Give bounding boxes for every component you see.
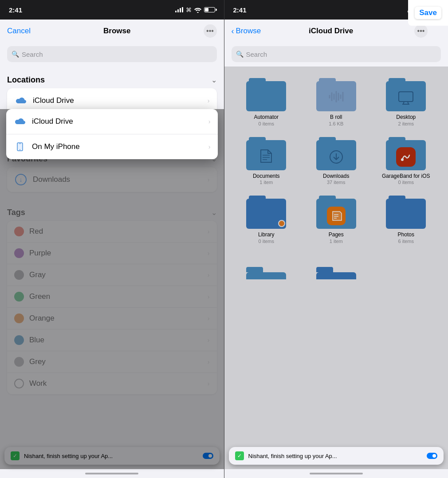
signal-bar-4 — [182, 7, 183, 12]
folder-documents-body — [246, 140, 286, 170]
notif-checkbox-right: ✓ — [235, 451, 244, 460]
icloud-drive-label: iCloud Drive — [33, 96, 208, 105]
folder-photos-body — [386, 199, 426, 229]
search-bar-left[interactable]: 🔍 Search — [7, 46, 217, 62]
partial-folder-1[interactable] — [232, 257, 302, 279]
folder-photos[interactable]: Photos 6 items — [371, 191, 441, 250]
folder-documents-icon — [246, 137, 286, 170]
sw-bar-2 — [331, 92, 332, 101]
left-panel: 2:41 ⌘ Cancel Browse ••• — [0, 0, 224, 478]
signal-bar-3 — [180, 8, 181, 12]
partial-folder-icon-2 — [316, 262, 356, 279]
notif-text-right: Nishant, finish setting up your Ap... — [248, 453, 423, 459]
signal-bars-left — [175, 7, 183, 12]
folder-desktop-icon — [386, 78, 426, 111]
sw-bar-3 — [333, 94, 334, 100]
save-button[interactable]: Save — [415, 7, 441, 19]
folder-desktop-count: 2 items — [398, 121, 414, 126]
folder-broll-body — [316, 81, 356, 111]
folder-automator[interactable]: Automator 0 items — [232, 74, 302, 133]
folder-grid: Automator 0 items — [224, 67, 448, 257]
folder-library[interactable]: Library 0 items — [232, 191, 302, 250]
status-time-left: 2:41 — [9, 6, 22, 14]
folder-pages[interactable]: Pages 1 item — [301, 191, 371, 250]
folder-broll-icon — [316, 78, 356, 111]
pages-svg — [330, 210, 342, 222]
pages-app-icon — [327, 207, 346, 225]
icloud-drive-title: iCloud Drive — [309, 27, 353, 35]
garageband-app-icon — [396, 147, 416, 167]
popup-icloud-label: iCloud Drive — [32, 117, 208, 126]
nav-bar-left: Cancel Browse ••• — [0, 20, 224, 43]
folder-library-icon — [246, 196, 286, 229]
folder-downloads-icon — [316, 137, 356, 170]
ellipsis-icon: ••• — [206, 27, 214, 35]
folder-downloads-name: Downloads — [323, 173, 349, 180]
folder-documents-count: 1 item — [259, 180, 273, 185]
folder-garageband-count: 0 items — [398, 180, 414, 185]
folder-desktop-name: Desktop — [396, 114, 416, 121]
folder-broll-name: B roll — [330, 114, 342, 121]
locations-chevron[interactable]: ⌄ — [211, 76, 217, 84]
status-bar-left: 2:41 ⌘ — [0, 0, 224, 20]
popup-icloud-chevron: › — [208, 118, 211, 125]
folder-desktop-body — [386, 81, 426, 111]
folder-automator-name: Automator — [254, 114, 279, 121]
popup-icloud-item[interactable]: iCloud Drive › — [6, 109, 218, 134]
folder-garageband[interactable]: GarageBand for iOS 0 items — [371, 133, 441, 192]
search-bar-right[interactable]: 🔍 Search — [232, 46, 441, 62]
notification-banner-right[interactable]: ✓ Nishant, finish setting up your Ap... — [229, 447, 444, 465]
search-container-left: 🔍 Search — [0, 43, 224, 67]
back-button[interactable]: ‹ Browse — [232, 27, 261, 36]
icloud-grid-scroll: Automator 0 items — [224, 67, 448, 469]
sw-bar-7 — [342, 92, 343, 102]
browse-title: Browse — [103, 27, 130, 35]
folder-automator-icon — [246, 78, 286, 111]
partial-folder-icon-1 — [246, 262, 286, 279]
folder-documents[interactable]: Documents 1 item — [232, 133, 302, 192]
folder-downloads[interactable]: Downloads 37 items — [301, 133, 371, 192]
folder-photos-name: Photos — [398, 231, 414, 239]
locations-header: Locations ⌄ — [0, 67, 224, 88]
folder-downloads-body — [316, 140, 356, 170]
popup-iphone-icon — [13, 140, 27, 153]
folder-body — [246, 81, 286, 111]
home-indicator-left — [0, 469, 224, 478]
svg-rect-6 — [399, 92, 413, 102]
popup-iphone-label: On My iPhone — [32, 142, 208, 151]
sw-bar-4 — [335, 91, 337, 102]
icloud-drive-icon — [14, 94, 28, 107]
notif-toggle-right[interactable] — [427, 453, 437, 459]
battery-icon-left — [204, 7, 215, 12]
wifi-icon-left: ⌘ — [186, 7, 201, 13]
popup-overlay[interactable]: iCloud Drive › On My iPhone › — [0, 109, 224, 469]
downloads-svg — [328, 149, 344, 165]
popup-icloud-icon — [13, 115, 27, 128]
folder-pages-body — [316, 199, 356, 229]
search-placeholder-right: Search — [246, 51, 267, 58]
browse-scroll-left: Locations ⌄ iCloud Drive › — [0, 67, 224, 469]
sw-bar-5 — [338, 93, 339, 101]
folder-library-count: 0 items — [259, 239, 274, 244]
documents-svg — [259, 148, 273, 164]
status-icons-left: ⌘ — [175, 7, 215, 13]
folder-downloads-count: 37 items — [327, 180, 346, 185]
svg-point-15 — [401, 158, 404, 161]
more-options-button-right[interactable]: ••• — [414, 24, 428, 38]
garageband-svg — [400, 151, 412, 163]
folder-garageband-name: GarageBand for iOS — [382, 173, 430, 180]
more-options-button[interactable]: ••• — [204, 24, 217, 38]
locations-popup-card: iCloud Drive › On My iPhone › — [6, 109, 218, 159]
cancel-button[interactable]: Cancel — [7, 27, 31, 35]
locations-title: Locations — [7, 75, 45, 85]
back-chevron-icon: ‹ — [232, 27, 234, 36]
partial-folder-2[interactable] — [301, 257, 371, 279]
folder-photos-icon — [386, 196, 426, 229]
folder-documents-name: Documents — [253, 173, 280, 180]
popup-iphone-chevron: › — [208, 143, 211, 150]
popup-iphone-item[interactable]: On My iPhone › — [6, 134, 218, 159]
folder-broll[interactable]: B roll 1.6 KB — [301, 74, 371, 133]
folder-desktop[interactable]: Desktop 2 items — [371, 74, 441, 133]
folder-garageband-icon — [386, 137, 426, 170]
save-highlight-box: Save — [408, 0, 448, 26]
